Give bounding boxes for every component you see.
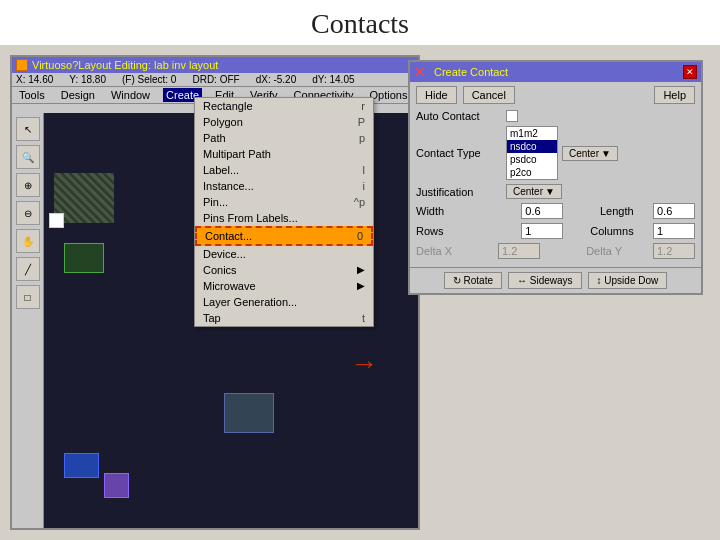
contact-option-m1m2[interactable]: m1m2	[507, 127, 557, 140]
delta-row: Delta X Delta Y	[416, 243, 695, 259]
dialog-title: Create Contact	[434, 66, 508, 78]
cancel-button[interactable]: Cancel	[463, 86, 515, 104]
hide-button[interactable]: Hide	[416, 86, 457, 104]
delta-y-label: Delta Y	[567, 245, 622, 257]
tool-pan[interactable]: ✋	[16, 229, 40, 253]
status-bar: X: 14.60 Y: 18.80 (F) Select: 0 DRD: OFF…	[12, 73, 418, 87]
menu-item-layer-generation[interactable]: Layer Generation...	[195, 294, 373, 310]
columns-label: Columns	[579, 225, 634, 237]
contact-type-center-button[interactable]: Center ▼	[562, 146, 618, 161]
width-label: Width	[416, 205, 506, 217]
dialog-x-icon: ✕	[414, 64, 426, 80]
tool-edit2[interactable]: □	[16, 285, 40, 309]
delta-y-input[interactable]	[653, 243, 695, 259]
tool-wire[interactable]: ╱	[16, 257, 40, 281]
dialog-top-buttons: Hide Cancel Help	[416, 86, 695, 104]
menu-item-instance[interactable]: Instance...i	[195, 178, 373, 194]
win-icon	[16, 59, 28, 71]
justification-row: Justification Center ▼	[416, 184, 695, 199]
help-button[interactable]: Help	[654, 86, 695, 104]
page-title: Contacts	[311, 8, 409, 39]
status-select: (F) Select: 0	[122, 74, 176, 85]
rows-input[interactable]	[521, 223, 563, 239]
tool-zoom-out[interactable]: ⊖	[16, 201, 40, 225]
toolbar-left: ↖ 🔍 ⊕ ⊖ ✋ ╱ □	[12, 113, 44, 528]
contact-option-p2co[interactable]: p2co	[507, 166, 557, 179]
menu-item-label[interactable]: Label...l	[195, 162, 373, 178]
menu-item-polygon[interactable]: PolygonP	[195, 114, 373, 130]
upside-down-button[interactable]: ↕ Upside Dow	[588, 272, 668, 289]
contact-option-psdco[interactable]: psdco	[507, 153, 557, 166]
menu-tools[interactable]: Tools	[16, 88, 48, 102]
win-title: Virtuoso?Layout Editing: lab inv layout	[32, 59, 218, 71]
rows-label: Rows	[416, 225, 506, 237]
delta-x-input[interactable]	[498, 243, 540, 259]
sideways-button[interactable]: ↔ Sideways	[508, 272, 582, 289]
menu-item-device[interactable]: Device...	[195, 246, 373, 262]
auto-contact-label: Auto Contact	[416, 110, 506, 122]
menu-design[interactable]: Design	[58, 88, 98, 102]
menu-item-pin[interactable]: Pin...^p	[195, 194, 373, 210]
dialog-close-button[interactable]: ✕	[683, 65, 697, 79]
menu-item-rectangle[interactable]: Rectangler	[195, 98, 373, 114]
columns-input[interactable]	[653, 223, 695, 239]
menu-item-tap[interactable]: Tapt	[195, 310, 373, 326]
status-dx: dX: -5.20	[256, 74, 297, 85]
contact-type-select[interactable]: m1m2 nsdco psdco p2co	[506, 126, 558, 180]
rotate-button[interactable]: ↻ Rotate	[444, 272, 502, 289]
tool-zoom-in[interactable]: ⊕	[16, 173, 40, 197]
tool-zoom[interactable]: 🔍	[16, 145, 40, 169]
width-input[interactable]	[521, 203, 563, 219]
contact-type-row: Contact Type m1m2 nsdco psdco p2co Cente…	[416, 126, 695, 180]
menu-item-conics[interactable]: Conics▶	[195, 262, 373, 278]
delta-x-label: Delta X	[416, 245, 471, 257]
auto-contact-checkbox[interactable]	[506, 110, 518, 122]
dialog-footer: ↻ Rotate ↔ Sideways ↕ Upside Dow	[410, 267, 701, 293]
create-dropdown-menu: Rectangler PolygonP Pathp Multipart Path…	[194, 97, 374, 327]
length-input[interactable]	[653, 203, 695, 219]
justification-center-button[interactable]: Center ▼	[506, 184, 562, 199]
sideways-icon: ↔	[517, 275, 527, 286]
rows-columns-row: Rows Columns	[416, 223, 695, 239]
menu-window[interactable]: Window	[108, 88, 153, 102]
width-length-row: Width Length	[416, 203, 695, 219]
contact-option-nsdco[interactable]: nsdco	[507, 140, 557, 153]
status-dy: dY: 14.05	[312, 74, 354, 85]
upsidedown-icon: ↕	[597, 275, 602, 286]
status-drd: DRD: OFF	[192, 74, 239, 85]
tool-select[interactable]: ↖	[16, 117, 40, 141]
length-label: Length	[579, 205, 634, 217]
status-x: X: 14.60	[16, 74, 53, 85]
dialog-body: Hide Cancel Help Auto Contact Contact Ty…	[410, 82, 701, 267]
menu-item-multipart-path[interactable]: Multipart Path	[195, 146, 373, 162]
create-contact-dialog: ✕ Create Contact ✕ Hide Cancel Help Auto…	[408, 60, 703, 295]
auto-contact-row: Auto Contact	[416, 110, 695, 122]
contact-type-label: Contact Type	[416, 147, 506, 159]
arrow-right: →	[350, 348, 378, 380]
menu-item-path[interactable]: Pathp	[195, 130, 373, 146]
virtuoso-window: Virtuoso?Layout Editing: lab inv layout …	[10, 55, 420, 530]
status-y: Y: 18.80	[69, 74, 106, 85]
justification-label: Justification	[416, 186, 506, 198]
win-titlebar: Virtuoso?Layout Editing: lab inv layout	[12, 57, 418, 73]
menu-item-microwave[interactable]: Microwave▶	[195, 278, 373, 294]
rotate-icon: ↻	[453, 275, 461, 286]
menu-item-contact[interactable]: Contact...0	[195, 226, 373, 246]
dialog-titlebar: ✕ Create Contact ✕	[410, 62, 701, 82]
menu-item-pins-from-labels[interactable]: Pins From Labels...	[195, 210, 373, 226]
